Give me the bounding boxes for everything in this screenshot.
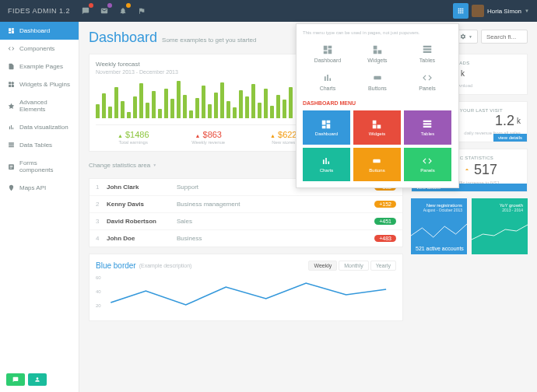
apps-button[interactable] [453, 3, 469, 19]
sidebar-item-components[interactable]: Components [0, 40, 79, 58]
chart-panel: Blue border (Example description) Weekly… [89, 254, 403, 321]
sidebar-item-dataviz[interactable]: Data visualization [0, 118, 79, 136]
view-details-link[interactable]: view details [493, 134, 527, 142]
sidebar-item-widgets[interactable]: Widgets & Plugins [0, 75, 79, 93]
bar [189, 110, 193, 118]
sidebar-label: Dashboard [19, 27, 50, 34]
bar [108, 107, 112, 118]
avatar[interactable] [472, 5, 484, 17]
person-num: 3 [96, 218, 107, 225]
chart-title: Blue border [96, 261, 136, 270]
chart-desc: (Example description) [139, 263, 192, 268]
bar [264, 89, 268, 118]
sidebar-item-dashboard[interactable]: Dashboard [0, 22, 79, 40]
popover-item[interactable]: Tables [402, 40, 452, 68]
bar [133, 96, 137, 118]
arrow-up-icon [463, 166, 471, 173]
sidebar-label: Data visualization [19, 124, 68, 131]
ylabel: 60 [96, 275, 101, 280]
bar [220, 82, 224, 118]
popover-menu-title: DASHBOARD MENU [303, 100, 452, 106]
popover-tile[interactable]: Panels [404, 148, 451, 182]
sidebar-label: Maps API [19, 184, 46, 191]
sidebar-item-tables[interactable]: Data Tables [0, 136, 79, 154]
tab-monthly[interactable]: Monthly [339, 261, 369, 271]
tile-icon [371, 119, 382, 130]
sidebar: Dashboard Components Example Pages Widge… [0, 22, 79, 392]
svg-rect-1 [374, 76, 381, 80]
change-label: Change statistics area [89, 162, 150, 169]
person-name: Kenny Davis [107, 201, 177, 208]
bar [146, 103, 149, 118]
bar [289, 87, 293, 118]
bar [177, 81, 181, 118]
sidebar-item-maps[interactable]: Maps API [0, 179, 79, 197]
traffic-value: 517 [474, 162, 497, 178]
sidebar-label: Widgets & Plugins [19, 81, 70, 88]
bar [195, 98, 199, 118]
person-name: John Clark [107, 184, 177, 191]
tile-icon [422, 119, 433, 130]
popover-item[interactable]: Dashboard [303, 40, 353, 68]
ylabel: 40 [96, 289, 101, 294]
tile-label: Charts [320, 168, 334, 173]
mail-icon[interactable] [95, 0, 114, 22]
chat-icon[interactable] [76, 0, 95, 22]
flag-icon[interactable] [132, 0, 151, 22]
popover-tile[interactable]: Tables [404, 110, 451, 145]
popover-tile[interactable]: Widgets [353, 110, 401, 145]
bar [214, 93, 218, 118]
chevron-down-icon[interactable]: ▼ [525, 9, 529, 13]
person-dept: Business [177, 235, 374, 242]
popover-item[interactable]: Panels [402, 68, 452, 96]
bar [208, 104, 212, 118]
tile-icon [321, 156, 332, 166]
bar [121, 101, 125, 118]
user-button[interactable] [28, 373, 47, 386]
sidebar-label: Forms components [19, 159, 71, 173]
stat: ▲ $863Weekly revenue [171, 130, 247, 145]
sidebar-item-advanced[interactable]: Advanced Elements [0, 93, 79, 118]
bar [245, 96, 249, 118]
bar [96, 104, 100, 118]
bar [170, 99, 174, 118]
tile-label: Tables [421, 131, 434, 136]
bar [127, 112, 131, 118]
person-badge: +451 [374, 218, 396, 225]
search-input[interactable] [481, 30, 528, 44]
tab-yearly[interactable]: Yearly [370, 261, 396, 271]
bar [164, 89, 168, 118]
table-row[interactable]: 3David RobertsonSales+451 [90, 213, 402, 230]
revenue-value: 1.2 [495, 113, 514, 129]
popover-tile[interactable]: Charts [303, 148, 350, 182]
sidebar-item-example[interactable]: Example Pages [0, 58, 79, 75]
sidebar-label: Advanced Elements [19, 99, 71, 113]
tile-icon [321, 119, 332, 130]
bar [233, 107, 237, 118]
popover-item[interactable]: Widgets [353, 40, 402, 68]
tab-weekly[interactable]: Weekly [308, 261, 337, 271]
stat-value: ▲ $1486 [96, 130, 171, 139]
compose-button[interactable] [6, 373, 25, 386]
person-dept: Business management [177, 201, 374, 208]
stat: ▲ $1486Total earnings [96, 130, 171, 145]
bell-icon[interactable] [114, 0, 132, 22]
sidebar-item-forms[interactable]: Forms components [0, 154, 79, 179]
stat-value: ▲ $863 [171, 130, 247, 139]
ylabel: 20 [96, 303, 101, 308]
table-row[interactable]: 2Kenny DavisBusiness management+152 [90, 196, 402, 213]
brand: FIDES ADMIN 1.2 [8, 7, 70, 15]
popover-icon [322, 44, 333, 55]
tile-label: Dashboard [315, 131, 338, 136]
mini-value: 521 active accounts [416, 246, 464, 251]
popover-tile[interactable]: Buttons [353, 148, 401, 182]
popover-item[interactable]: Charts [303, 68, 353, 96]
popover-tile[interactable]: Dashboard [303, 110, 350, 145]
popover-item[interactable]: Buttons [353, 68, 402, 96]
bar [183, 95, 187, 118]
bar [239, 90, 243, 118]
table-row[interactable]: 4John DoeBusiness+483 [90, 230, 402, 247]
bar [152, 91, 156, 118]
bar [202, 86, 205, 118]
bar [276, 95, 280, 118]
